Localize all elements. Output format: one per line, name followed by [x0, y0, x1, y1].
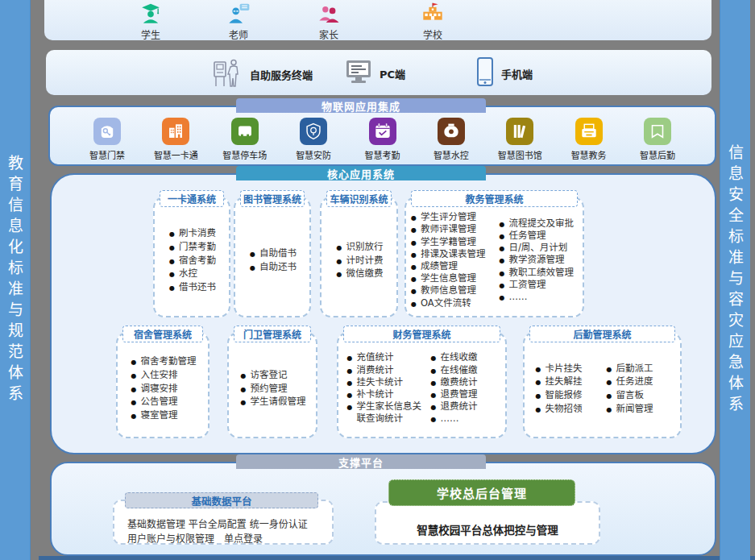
terminal-kiosk: 自助服务终端: [211, 56, 313, 93]
support-band: 基础数据平台 基础数据管理 平台全局配置 统一身份认证 用户账户与权限管理 单点…: [50, 462, 716, 556]
list-item: ●宿舍考勤管理: [130, 355, 197, 368]
list-item: ●任务管理: [498, 230, 580, 242]
list-item: ●学生学籍管理: [409, 236, 493, 248]
list-item: ●门禁考勤: [168, 240, 216, 254]
list-item: ●寝室管理: [130, 409, 197, 422]
list-item: ●在线收缴: [429, 351, 499, 363]
list-item: ●挂失解挂: [534, 375, 600, 388]
system-library: 图书管理系统 ●自助借书●自助还书: [234, 197, 311, 317]
list-item: ●任务进度: [605, 375, 671, 388]
list-item: ●调寝安排: [130, 382, 197, 396]
list-item: ●宿舍考勤: [168, 254, 216, 268]
list-item: ●充值统计: [346, 351, 425, 363]
list-item: ●学生家长信息关联查询统计: [346, 400, 425, 425]
list-item: ●退费统计: [429, 400, 499, 413]
list-item: ●智能报修: [534, 388, 600, 402]
iot-label: 智慧安防: [280, 148, 346, 161]
system-dorm: 宿舍管理系统 ●宿舍考勤管理●入住安排●调寝安排●公告管理●寝室管理: [116, 332, 209, 438]
system-title: 一卡通系统: [160, 190, 224, 207]
iot-band: 智慧门禁 智慧一卡通: [48, 106, 716, 166]
list-item: ●……: [498, 291, 580, 303]
system-title: 财务管理系统: [343, 326, 500, 342]
list-item: ●计时计费: [335, 254, 384, 268]
iot-label: 智慧图书馆: [487, 148, 553, 161]
system-gate: 门卫管理系统 ●访客登记●预约管理●学生请假管理: [227, 332, 317, 438]
core-banner: 核心应用系统: [236, 166, 486, 180]
calendar-check-icon: [369, 118, 396, 145]
system-onecard: 一卡通系统 ●刷卡消费●门禁考勤●宿舍考勤●水控●借书还书: [153, 197, 230, 317]
list-item: ●缴费统计: [429, 376, 499, 388]
iot-access-control: 智慧门禁: [74, 118, 140, 161]
system-title: 教务管理系统: [411, 190, 578, 207]
iot-label: 智慧门禁: [74, 148, 140, 161]
parents-icon: [292, 2, 365, 27]
building-icon: [162, 118, 189, 145]
list-item: ●预约管理: [239, 382, 306, 396]
system-title: 图书管理系统: [240, 190, 305, 207]
terminal-label: 手机端: [501, 66, 533, 81]
list-item: ●学生评分管理: [409, 211, 493, 223]
iot-academic: 智慧教务: [556, 118, 622, 161]
iot-label: 智慧一卡通: [143, 148, 209, 161]
user-student: 学生: [114, 2, 187, 41]
pc-icon: [344, 58, 373, 89]
list-item: ●流程提交及审批: [498, 218, 580, 230]
system-logistics: 后勤管理系统 ●卡片挂失●挂失解挂●智能报修●失物招领 ●后勤派工●任务进度●留…: [523, 332, 682, 438]
system-academic: 教务管理系统 ●学生评分管理●教师评课管理●学生学籍管理●排课及课表管理●成绩管…: [404, 197, 584, 317]
list-item: ●教学资源管理: [498, 254, 580, 266]
list-item: ●自助借书: [248, 247, 297, 260]
user-label: 学生: [114, 27, 187, 41]
users-band: 学生 老师: [44, 0, 711, 40]
iot-water: 智慧水控: [418, 118, 484, 161]
iot-attendance: 智慧考勤: [350, 118, 416, 161]
books-icon: [506, 118, 533, 145]
parking-card-icon: [231, 118, 259, 145]
list-item: ●公告管理: [130, 395, 197, 409]
phone-icon: [475, 56, 495, 90]
list-item: ●留言板: [605, 388, 671, 402]
teacher-icon: [202, 2, 275, 27]
list-item: ●OA文件流转: [409, 297, 493, 309]
list-item: ●挂失卡统计: [346, 376, 425, 388]
right-standard-label: 信息安全标准与容灾应急体系: [724, 144, 746, 417]
iot-banner: 物联网应用集成: [236, 98, 486, 113]
support-banner: 支撑平台: [236, 454, 486, 469]
terminals-band: 自助服务终端 PC端: [46, 50, 711, 95]
system-title: 宿舍管理系统: [122, 326, 203, 342]
iot-parking: 智慧停车场: [212, 118, 278, 161]
iot-label: 智慧后勤: [624, 148, 691, 161]
terminal-phone: 手机端: [475, 56, 533, 90]
student-icon: [114, 2, 187, 27]
list-item: ●在线催缴: [429, 364, 499, 376]
system-title: 门卫管理系统: [234, 326, 311, 342]
list-item: ●……: [429, 413, 499, 425]
list-item: ●卡片挂失: [534, 362, 600, 375]
school-admin-banner: 学校总后台管理: [388, 479, 575, 506]
shield-icon: [300, 118, 327, 145]
list-item: ●排课及课表管理: [409, 248, 493, 260]
left-standard-label: 教育信息化标准与规范体系: [4, 155, 26, 406]
core-band: 一卡通系统 ●刷卡消费●门禁考勤●宿舍考勤●水控●借书还书 图书管理系统 ●自助…: [50, 173, 716, 454]
user-teacher: 老师: [202, 2, 275, 41]
list-item: ●消费统计: [346, 364, 425, 376]
iot-security: 智慧安防: [280, 118, 346, 161]
user-parents: 家长: [292, 2, 365, 41]
bottom-divider: [39, 556, 755, 560]
iot-label: 智慧停车场: [212, 148, 278, 161]
user-label: 老师: [202, 27, 275, 41]
water-jar-icon: [438, 118, 465, 145]
iot-icon-row: 智慧门禁 智慧一卡通: [74, 118, 691, 161]
smart-campus-architecture-diagram: 教育信息化标准与规范体系 信息安全标准与容灾应急体系 学生: [0, 0, 755, 560]
school-icon: [396, 2, 469, 27]
list-item: ●工资管理: [498, 279, 580, 291]
admin-box: 智慧校园平台总体把控与管理: [375, 501, 600, 545]
list-item: ●教师信息管理: [409, 284, 493, 297]
system-title: 后勤管理系统: [529, 326, 675, 342]
iot-label: 智慧考勤: [350, 148, 416, 161]
list-item: ●借书还书: [168, 280, 216, 294]
list-item: ●教职工绩效管理: [498, 267, 580, 279]
user-label: 家长: [292, 27, 365, 41]
iot-label: 智慧教务: [556, 148, 622, 161]
list-item: ●补卡统计: [346, 388, 425, 400]
terminal-label: 自助服务终端: [250, 67, 313, 82]
